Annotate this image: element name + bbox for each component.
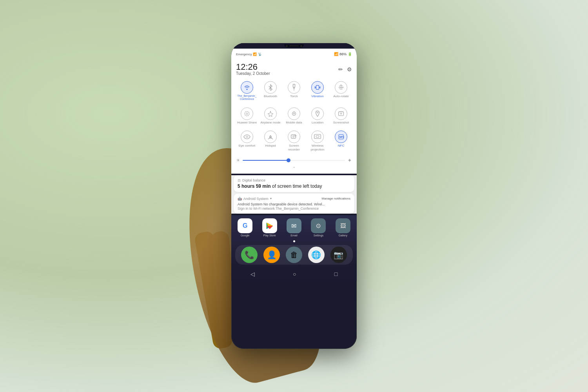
qs-date: Tuesday, 2 October bbox=[236, 71, 270, 76]
app-google[interactable]: G Google bbox=[234, 218, 256, 237]
db-body-text: 5 hours 59 min of screen time left today bbox=[238, 183, 350, 189]
camera-notch bbox=[284, 44, 304, 47]
email-icon: ✉ bbox=[287, 218, 301, 233]
hotspot-label: Hotspot bbox=[265, 144, 276, 148]
earpiece bbox=[300, 45, 302, 47]
app-settings[interactable]: ⚙ Settings bbox=[307, 218, 330, 237]
brightness-high-icon: ✦ bbox=[347, 157, 352, 163]
autorotate-icon bbox=[335, 81, 347, 94]
qs-screen-recorder[interactable]: Screenrecorder bbox=[283, 128, 305, 153]
svg-rect-16 bbox=[291, 135, 296, 138]
qs-expand-button[interactable]: ⌃ bbox=[236, 165, 352, 171]
google-icon: G bbox=[238, 218, 252, 233]
qs-torch[interactable]: Torch bbox=[283, 79, 305, 103]
svg-text:NFC: NFC bbox=[339, 136, 344, 138]
expand-arrow-icon: ⌃ bbox=[292, 166, 296, 171]
qs-row-3: Eye comfort Hotspot bbox=[236, 128, 352, 153]
vibration-label: Vibration bbox=[311, 94, 323, 98]
edit-icon[interactable]: ✏ bbox=[338, 66, 343, 73]
svg-point-10 bbox=[317, 112, 318, 113]
brightness-track bbox=[243, 160, 345, 161]
home-button[interactable]: ○ bbox=[293, 271, 296, 277]
time-date-block: 12:26 Tuesday, 2 October bbox=[236, 63, 270, 76]
digital-balance-notification[interactable]: ⚖ Digital balance 5 hours 59 min of scre… bbox=[234, 175, 354, 192]
dock-contacts[interactable]: 👤 bbox=[263, 247, 280, 263]
qs-nfc[interactable]: NFC NFC bbox=[330, 128, 352, 153]
app-play-store[interactable]: Play Store bbox=[258, 218, 281, 237]
dock-chrome[interactable]: 🌐 bbox=[308, 247, 325, 263]
svg-point-6 bbox=[246, 113, 248, 114]
brightness-thumb bbox=[287, 158, 290, 162]
battery-percent: 86% bbox=[339, 52, 347, 56]
qs-bluetooth[interactable]: Bluetooth bbox=[260, 79, 281, 103]
qs-screenshot[interactable]: digital-balance Screenshot bbox=[330, 105, 352, 126]
dock-camera[interactable]: 📷 bbox=[330, 247, 347, 263]
brightness-slider[interactable]: ☀ ✦ bbox=[236, 156, 352, 165]
recents-button[interactable]: □ bbox=[334, 271, 338, 277]
sim-icon: 📶 bbox=[253, 53, 257, 56]
bluetooth-label: Bluetooth bbox=[264, 94, 277, 98]
notif-chevron-icon: ▾ bbox=[270, 197, 272, 200]
dock: 📞 👤 🗑 🌐 📷 bbox=[235, 245, 353, 265]
app-gallery[interactable]: 🖼 Gallery bbox=[332, 218, 354, 237]
screenshot-icon bbox=[335, 107, 347, 120]
nfc-icon: NFC bbox=[335, 131, 347, 143]
qs-header: 12:26 Tuesday, 2 October ✏ ⚙ bbox=[236, 63, 352, 76]
mobile-data-label: Mobile data bbox=[286, 121, 302, 125]
qs-hotspot[interactable]: Hotspot bbox=[260, 128, 281, 153]
screenshot-label-text: Screenshot bbox=[333, 121, 349, 125]
qs-wifi[interactable]: The_Benjamin_Conference bbox=[236, 79, 258, 103]
emergency-text: Emergency bbox=[236, 53, 252, 56]
android-notif-body2: Sign in to Wi-Fi network The_Benjamin_Co… bbox=[238, 207, 350, 211]
qs-mobile-data[interactable]: Mobile data bbox=[283, 105, 305, 126]
db-time-highlight: 5 hours 59 min bbox=[238, 183, 271, 189]
db-header: ⚖ Digital balance bbox=[238, 178, 350, 182]
nfc-label: NFC bbox=[338, 144, 344, 148]
dock-trash[interactable]: 🗑 bbox=[286, 247, 302, 263]
phone-top bbox=[231, 43, 357, 49]
app-grid: G Google Play Store bbox=[234, 218, 354, 237]
camera-dot bbox=[286, 45, 288, 47]
signal-bars: 📶 bbox=[334, 52, 338, 56]
location-icon bbox=[311, 107, 324, 120]
dock-phone[interactable]: 📞 bbox=[241, 247, 258, 263]
settings-icon[interactable]: ⚙ bbox=[347, 66, 352, 73]
play-store-label: Play Store bbox=[263, 234, 276, 237]
page-dot bbox=[293, 240, 295, 242]
qs-autorotate[interactable]: Auto-rotate bbox=[330, 79, 352, 103]
qs-huawei-share[interactable]: Huawei Share bbox=[236, 105, 258, 126]
gallery-icon: 🖼 bbox=[336, 218, 350, 233]
svg-point-17 bbox=[293, 136, 294, 138]
svg-rect-0 bbox=[293, 84, 295, 87]
qs-row-1: The_Benjamin_Conference Bluetooth bbox=[236, 79, 352, 103]
android-icon: 🤖 bbox=[238, 197, 242, 201]
gallery-label: Gallery bbox=[339, 234, 347, 237]
qs-location[interactable]: Location bbox=[307, 105, 328, 126]
settings-app-icon: ⚙ bbox=[311, 218, 326, 233]
status-left: Emergency 📶 📡 bbox=[236, 53, 262, 56]
svg-point-14 bbox=[246, 136, 248, 138]
bluetooth-icon bbox=[264, 81, 277, 94]
eye-comfort-label: Eye comfort bbox=[239, 144, 256, 148]
brightness-fill bbox=[243, 160, 289, 161]
airplane-icon bbox=[264, 107, 277, 120]
qs-eye-comfort[interactable]: Eye comfort bbox=[236, 128, 258, 153]
quick-settings-panel: 12:26 Tuesday, 2 October ✏ ⚙ bbox=[231, 60, 357, 174]
nav-bar: ◁ ○ □ bbox=[231, 268, 357, 281]
svg-rect-20 bbox=[316, 136, 319, 138]
eye-comfort-icon bbox=[241, 131, 253, 143]
back-button[interactable]: ◁ bbox=[250, 271, 255, 277]
android-system-notification[interactable]: 🤖 Android System ▾ Manage notifications … bbox=[234, 194, 354, 214]
db-body-suffix: of screen time left today bbox=[272, 183, 322, 189]
android-notif-header: 🤖 Android System ▾ Manage notifications bbox=[238, 197, 350, 201]
torch-icon bbox=[288, 81, 300, 94]
location-label: Location bbox=[312, 121, 323, 125]
qs-vibration[interactable]: Vibration bbox=[307, 79, 328, 103]
qs-wireless-projection[interactable]: Wirelessprojection bbox=[307, 128, 328, 153]
page-indicator bbox=[234, 239, 354, 243]
hotspot-icon bbox=[264, 131, 277, 143]
qs-airplane[interactable]: Airplane mode bbox=[260, 105, 281, 126]
app-email[interactable]: ✉ Email bbox=[283, 218, 305, 237]
phone-frame: Emergency 📶 📡 📶 86% 🔋 12:26 Tuesday, 2 O… bbox=[231, 43, 357, 349]
manage-notifications-button[interactable]: Manage notifications bbox=[322, 197, 350, 200]
